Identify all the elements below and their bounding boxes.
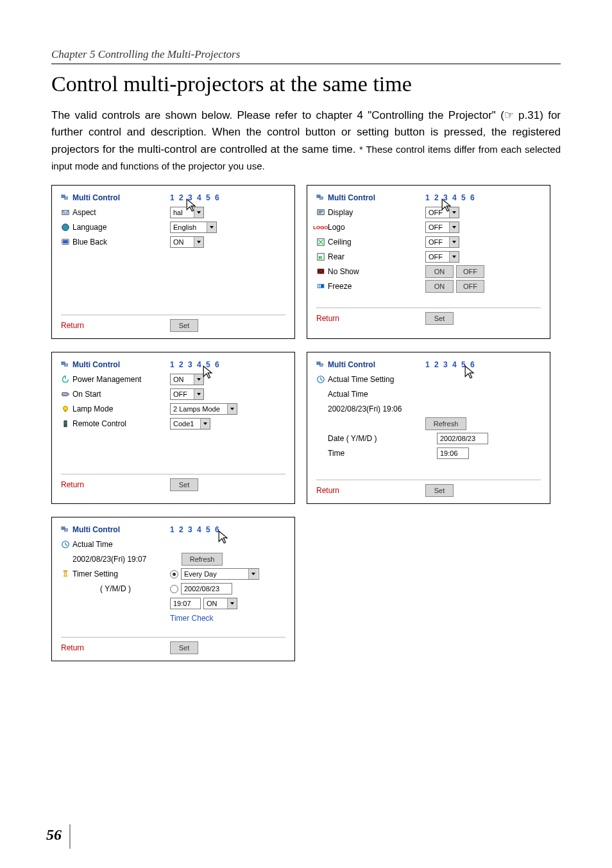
chevron-down-icon[interactable] (449, 252, 459, 262)
svg-rect-7 (319, 197, 323, 200)
aspect-label: Aspect (72, 208, 96, 217)
multi-control-icon (316, 193, 325, 202)
blueback-dropdown[interactable]: ON (170, 236, 204, 248)
on-start-label: On Start (72, 390, 101, 399)
chevron-down-icon[interactable] (194, 389, 203, 399)
language-dropdown[interactable]: English (170, 221, 217, 233)
remote-label: Remote Control (72, 419, 126, 428)
svg-rect-10 (319, 213, 321, 213)
divider (316, 308, 541, 308)
actual-time-setting-label: Actual Time Setting (328, 375, 394, 384)
multi-control-title: Multi Control (328, 360, 375, 369)
return-link[interactable]: Return (61, 321, 170, 330)
set-button[interactable]: Set (425, 312, 454, 325)
power-mgmt-icon (61, 375, 70, 384)
divider (61, 637, 285, 638)
timer-onoff-dropdown[interactable]: ON (203, 598, 237, 609)
page-title: Control multi-projectors at the same tim… (51, 72, 561, 96)
logo-dropdown[interactable]: OFF (425, 221, 459, 233)
remote-icon (61, 419, 70, 428)
multi-control-icon (61, 360, 70, 369)
projector-numbers[interactable]: 1 2 3 4 5 6 (170, 525, 221, 534)
timer-time-input[interactable]: 19:07 (170, 598, 201, 609)
cursor-icon (437, 198, 455, 216)
timer-date-input[interactable]: 2002/08/23 (181, 583, 232, 595)
lamp-mode-dropdown[interactable]: 2 Lamps Mode (170, 403, 237, 415)
ceiling-icon (316, 238, 325, 247)
ceiling-label: Ceiling (328, 238, 352, 247)
set-button[interactable]: Set (170, 319, 198, 332)
svg-rect-24 (65, 411, 67, 412)
svg-rect-21 (62, 393, 68, 396)
projector-numbers[interactable]: 1 2 3 4 5 6 (170, 360, 221, 369)
ymd-label: ( Y/M/D ) (100, 584, 131, 593)
projector-numbers[interactable]: 1 2 3 4 5 6 (425, 360, 476, 369)
return-link[interactable]: Return (316, 314, 425, 323)
timer-check-link[interactable]: Timer Check (170, 614, 214, 623)
chevron-down-icon[interactable] (449, 237, 459, 247)
return-link[interactable]: Return (316, 486, 425, 495)
actual-time-label: Actual Time (72, 540, 113, 549)
chevron-down-icon[interactable] (248, 569, 258, 579)
date-input[interactable]: 2002/08/23 (437, 433, 488, 444)
radio-everyday[interactable] (170, 570, 178, 578)
rear-label: Rear (328, 252, 344, 261)
panel-actual-time-setting: Multi Control 1 2 3 4 5 6 Actual Time Se… (307, 352, 550, 504)
freeze-label: Freeze (328, 282, 352, 291)
timer-icon (61, 569, 70, 578)
actual-time-label: Actual Time (328, 390, 368, 399)
refresh-button[interactable]: Refresh (425, 417, 466, 430)
multi-control-title: Multi Control (72, 525, 120, 534)
noshow-icon (316, 267, 325, 276)
chevron-down-icon[interactable] (227, 598, 237, 609)
multi-control-title: Multi Control (328, 193, 375, 202)
chevron-down-icon[interactable] (207, 222, 216, 232)
power-mgmt-label: Power Management (72, 375, 141, 384)
panel-timer-setting: Multi Control 1 2 3 4 5 6 Actual Time 20… (51, 517, 295, 661)
divider (61, 474, 285, 474)
radio-date[interactable] (170, 585, 178, 593)
rear-dropdown[interactable]: OFF (425, 251, 459, 263)
chevron-down-icon[interactable] (449, 222, 459, 232)
chevron-down-icon[interactable] (194, 237, 203, 247)
return-link[interactable]: Return (61, 480, 170, 489)
time-input[interactable]: 19:06 (437, 447, 469, 459)
panel-aspect-language: Multi Control 1 2 3 4 5 6 Aspect hal (51, 185, 295, 339)
display-label: Display (328, 208, 353, 217)
chevron-down-icon[interactable] (227, 404, 237, 414)
page-number: 56 (46, 826, 62, 844)
projector-numbers[interactable]: 1 2 3 4 5 6 (170, 193, 221, 202)
return-link[interactable]: Return (61, 643, 170, 652)
svg-point-22 (67, 394, 70, 396)
timer-everyday-dropdown[interactable]: Every Day (181, 568, 259, 580)
on-start-dropdown[interactable]: OFF (170, 388, 204, 400)
remote-dropdown[interactable]: Code1 (170, 418, 210, 430)
ceiling-dropdown[interactable]: OFF (425, 236, 459, 248)
noshow-on-button[interactable]: ON (425, 265, 454, 278)
svg-rect-9 (319, 211, 323, 212)
aspect-icon (61, 208, 70, 217)
noshow-off-button[interactable]: OFF (456, 265, 484, 278)
panel-display-settings: Multi Control 1 2 3 4 5 6 Display OFF (307, 185, 550, 339)
svg-rect-19 (64, 364, 67, 367)
freeze-off-button[interactable]: OFF (456, 280, 484, 293)
set-button[interactable]: Set (170, 641, 198, 654)
svg-rect-29 (319, 364, 323, 367)
blueback-label: Blue Back (72, 238, 107, 247)
set-button[interactable]: Set (170, 478, 198, 491)
noshow-label: No Show (328, 267, 359, 276)
clock-icon (316, 375, 325, 384)
multi-control-icon (61, 193, 70, 202)
svg-text:R: R (319, 255, 323, 261)
svg-point-23 (64, 406, 68, 411)
projector-numbers[interactable]: 1 2 3 4 5 6 (425, 193, 476, 202)
svg-point-26 (65, 422, 66, 423)
freeze-on-button[interactable]: ON (425, 280, 454, 293)
display-icon (316, 208, 325, 217)
set-button[interactable]: Set (425, 484, 454, 497)
chapter-header: Chapter 5 Controlling the Multi-Projecto… (51, 48, 561, 64)
chevron-down-icon[interactable] (200, 419, 210, 429)
refresh-button[interactable]: Refresh (182, 553, 223, 566)
intro-text: The valid controls are shown below. Plea… (51, 107, 561, 175)
lamp-mode-label: Lamp Mode (72, 404, 113, 413)
